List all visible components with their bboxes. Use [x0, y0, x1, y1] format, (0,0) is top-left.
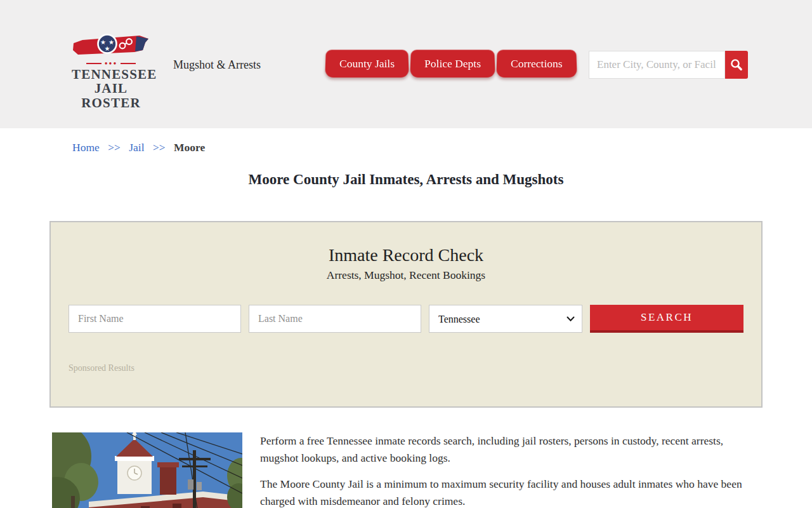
state-select-wrap: Tennessee	[429, 305, 582, 333]
nav-corrections-label: Corrections	[511, 57, 563, 70]
nav-police-depts-label: Police Depts	[424, 57, 481, 70]
logo-text: TENNESSEE JAIL ROSTER	[72, 67, 150, 110]
record-check-title: Inmate Record Check	[69, 245, 743, 265]
record-check-form: Tennessee SEARCH	[69, 305, 743, 333]
main-content: Home >> Jail >> Moore Moore County Jail …	[0, 141, 812, 508]
search-icon	[730, 58, 743, 72]
courthouse-photo	[52, 432, 242, 508]
breadcrumb-separator: >>	[153, 141, 166, 154]
jail-info-section: Perform a free Tennessee inmate records …	[52, 432, 756, 508]
search-button[interactable]: SEARCH	[590, 305, 743, 333]
breadcrumb-separator: >>	[108, 141, 121, 154]
main-nav: County Jails Police Depts Corrections	[325, 50, 577, 77]
logo-divider-icon: ●●●	[86, 61, 136, 66]
breadcrumb-current: Moore	[174, 141, 205, 154]
record-check-subtitle: Arrests, Mugshot, Recent Bookings	[69, 269, 743, 282]
tennessee-state-logo-icon: ★ ★ ★	[72, 34, 150, 59]
breadcrumb-home-link[interactable]: Home	[72, 141, 100, 154]
site-tagline: Mugshot & Arrests	[173, 58, 261, 72]
site-header: ★ ★ ★ ●●● TENNESSEE JAIL ROSTER Mugshot …	[0, 0, 812, 128]
logo-line1: TENNESSEE	[72, 67, 150, 81]
nav-county-jails-button[interactable]: County Jails	[325, 50, 409, 77]
breadcrumb-jail-link[interactable]: Jail	[129, 141, 144, 154]
first-name-input[interactable]	[69, 305, 241, 333]
header-search	[589, 51, 748, 79]
logo-line2: JAIL ROSTER	[72, 81, 150, 110]
nav-county-jails-label: County Jails	[339, 57, 395, 70]
jail-description: Perform a free Tennessee inmate records …	[260, 432, 756, 508]
intro-paragraph: Perform a free Tennessee inmate records …	[260, 432, 756, 467]
sponsored-results-label: Sponsored Results	[69, 363, 743, 373]
state-select[interactable]: Tennessee	[429, 305, 582, 333]
facility-search-input[interactable]	[589, 51, 725, 79]
facility-paragraph: The Moore County Jail is a minimum to ma…	[260, 476, 756, 508]
nav-police-depts-button[interactable]: Police Depts	[410, 50, 495, 77]
inmate-record-check-panel: Inmate Record Check Arrests, Mugshot, Re…	[49, 221, 763, 408]
svg-text:★: ★	[105, 45, 110, 52]
header-search-button[interactable]	[725, 51, 748, 79]
breadcrumb: Home >> Jail >> Moore	[72, 141, 812, 154]
nav-corrections-button[interactable]: Corrections	[497, 50, 577, 77]
last-name-input[interactable]	[249, 305, 421, 333]
site-logo[interactable]: ★ ★ ★ ●●● TENNESSEE JAIL ROSTER	[72, 34, 150, 110]
page-title: Moore County Jail Inmates, Arrests and M…	[0, 171, 812, 188]
